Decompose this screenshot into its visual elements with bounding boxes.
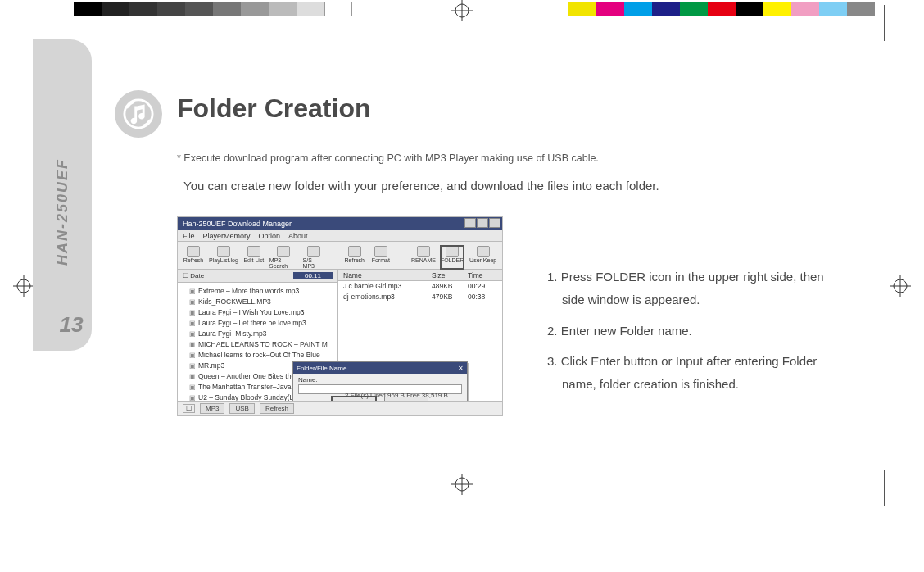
registration-mark-icon [451, 474, 473, 495]
folder-button[interactable]: FOLDER [441, 246, 464, 269]
toolbar-button[interactable]: RENAME [411, 246, 436, 269]
log-icon [217, 246, 230, 257]
table-row[interactable]: dj-emotions.mp3 479KB 00:38 [338, 292, 502, 302]
note-text: * Execute download program after connect… [177, 152, 599, 164]
menu-item[interactable]: File [183, 232, 195, 240]
list-item[interactable]: Laura Fygi- Misty.mp3 [189, 329, 334, 339]
table-row[interactable]: J.c barbie Girl.mp3 489KB 00:29 [338, 281, 502, 292]
toolbar-button[interactable]: Format [370, 246, 392, 269]
page-title: Folder Creation [177, 93, 370, 124]
window-sys-buttons [464, 218, 500, 228]
step-text: 1. Press FOLDER icon in the upper right … [547, 270, 824, 284]
user-icon [477, 246, 490, 257]
menu-item[interactable]: About [288, 232, 308, 240]
menu-item[interactable]: PlayerMemory [203, 232, 251, 240]
list-item[interactable]: Kids_ROCKWELL.MP3 [189, 297, 334, 307]
toolbar-button[interactable]: User Keep [469, 246, 497, 269]
col-header: Time [468, 271, 497, 279]
instruction-steps: 1. Press FOLDER icon in the upper right … [547, 266, 891, 404]
crop-line [884, 470, 885, 506]
maximize-icon[interactable] [477, 218, 488, 228]
step-text: name, folder creation is finished. [547, 377, 739, 391]
dialog-title: Folder/File Name [297, 365, 346, 372]
svg-point-12 [125, 100, 152, 128]
list-item[interactable]: MICHAEL LEARNS TO ROCK – PAINT M [189, 339, 334, 350]
toolbar: Refresh PlayList.log Edit List MP3 Searc… [178, 242, 502, 270]
name-label: Name: [293, 374, 467, 384]
model-label: HAN-250UEF [54, 158, 71, 266]
status-text: 2 File(s) Used 969 B Free 38,519 B [340, 392, 502, 399]
page-number: 13 13 [57, 312, 85, 338]
close-icon[interactable]: ✕ [458, 365, 464, 372]
step-text: 3. Click Enter button or Input after ent… [547, 354, 817, 368]
time-readout: 00:11 [293, 272, 333, 279]
registration-mark-icon [451, 0, 473, 21]
step-text: side window is appeared. [547, 293, 700, 306]
col-header: Name [343, 271, 432, 279]
registration-mark-icon [890, 275, 911, 297]
date-label: Date [190, 272, 204, 279]
list-item[interactable]: Laura Fygi – I Wish You Love.mp3 [189, 307, 334, 318]
toolbar-button[interactable]: Refresh [183, 246, 204, 269]
list-item[interactable]: Michael learns to rock–Out Of The Blue [189, 350, 334, 361]
field: USB [229, 403, 254, 414]
toolbar-button[interactable]: PlayList.log [209, 246, 238, 269]
field: MP3 [200, 403, 224, 414]
intro-text: You can create new folder with your pref… [183, 179, 659, 193]
menu-item[interactable]: Option [259, 232, 281, 240]
window-titlebar: Han-250UEF Download Manager [178, 217, 502, 230]
toolbar-button[interactable]: Edit List [243, 246, 265, 269]
crop-line [884, 5, 885, 41]
app-screenshot: Han-250UEF Download Manager File PlayerM… [177, 216, 503, 416]
refresh-icon [348, 246, 361, 257]
bottom-bar: ☐ MP3 USB Refresh [178, 401, 502, 415]
music-note-icon [115, 90, 162, 138]
search-icon [277, 246, 290, 257]
toolbar-button[interactable]: S/S MP3 [303, 246, 324, 269]
edit-icon [247, 246, 260, 257]
toolbar-button[interactable]: Refresh [344, 246, 365, 269]
page-spine: HAN-250UEF 13 13 [33, 39, 92, 351]
toolbar-button[interactable]: MP3 Search [270, 246, 298, 269]
format-icon [374, 246, 387, 257]
step-text: 2. Enter new Folder name. [547, 320, 891, 343]
col-header: Size [432, 271, 468, 279]
close-icon[interactable] [489, 218, 500, 228]
list-item[interactable]: Extreme – More than words.mp3 [189, 286, 334, 297]
minimize-icon[interactable] [464, 218, 476, 228]
list-item[interactable]: Laura Fygi – Let there be love.mp3 [189, 318, 334, 329]
folder-icon [446, 246, 459, 257]
registration-mark-icon [13, 275, 34, 297]
refresh-button[interactable]: Refresh [260, 403, 294, 414]
menu-bar: File PlayerMemory Option About [178, 230, 502, 242]
refresh-icon [187, 246, 200, 257]
ss-icon [307, 246, 320, 257]
rename-icon [417, 246, 430, 257]
window-title: Han-250UEF Download Manager [183, 220, 292, 228]
